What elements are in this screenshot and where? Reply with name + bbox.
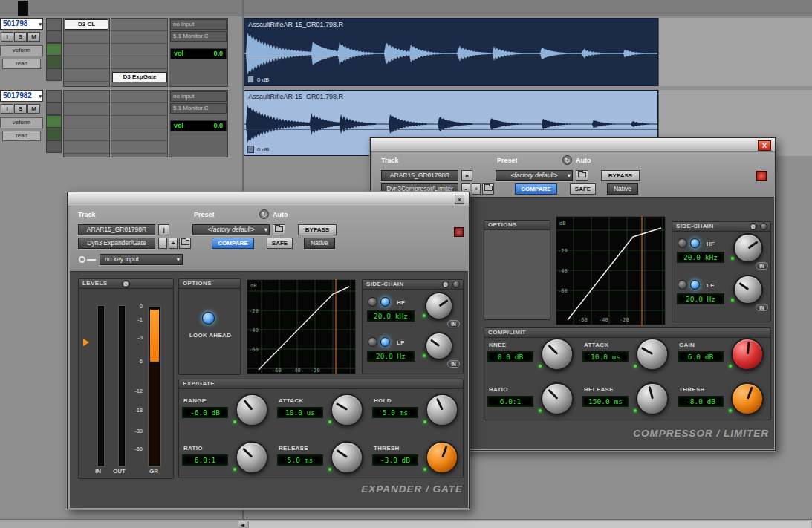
lf-listen-icon[interactable] — [690, 280, 700, 290]
librarian-button[interactable] — [576, 170, 588, 181]
release-knob[interactable] — [331, 441, 363, 474]
hf-freq-knob[interactable] — [425, 292, 453, 320]
preset-cycle-icon[interactable]: ↻ — [562, 155, 572, 165]
ratio-knob[interactable] — [236, 441, 268, 474]
attack-knob[interactable] — [636, 338, 669, 371]
compressor-close-button[interactable]: X — [758, 140, 771, 151]
thresh-value-display[interactable]: -8.0 dB — [678, 396, 724, 407]
engine-selector[interactable]: Native — [304, 238, 335, 249]
hf-bypass-icon[interactable] — [368, 297, 377, 307]
track1-view-selector[interactable]: veform — [0, 45, 43, 56]
track1-mute-button[interactable]: M — [27, 32, 40, 42]
expander-close-button[interactable]: x — [455, 195, 464, 204]
lf-freq-display[interactable]: 20.0 Hz — [367, 351, 415, 362]
insert-slot-button[interactable]: j — [158, 224, 169, 235]
automation-anchor-icon[interactable] — [247, 146, 254, 153]
librarian-button[interactable] — [273, 224, 285, 235]
preset-cycle-icon[interactable]: ↻ — [259, 209, 269, 219]
track2-view-selector[interactable]: veform — [0, 117, 43, 128]
lf-listen-icon[interactable] — [380, 337, 390, 347]
thresh-knob[interactable] — [426, 441, 458, 474]
track2-sends-column[interactable] — [111, 90, 168, 157]
track2-automation-selector[interactable]: read — [2, 131, 41, 141]
release-value-display[interactable]: 150.0 ms — [582, 396, 629, 407]
preset-decrement-button[interactable]: - — [158, 238, 167, 249]
key-input-selector[interactable]: no key input▾ — [100, 254, 183, 265]
track2-inserts-column[interactable] — [63, 90, 110, 157]
auto-enable-button[interactable] — [756, 171, 767, 181]
gain-knob[interactable] — [731, 338, 764, 371]
track-selector[interactable]: ARAR15_GR01798R — [381, 170, 458, 181]
track1-automation-selector[interactable]: read — [2, 59, 41, 69]
phase-invert-icon[interactable]: Ø — [750, 223, 757, 230]
knee-value-display[interactable]: 0.0 dB — [487, 351, 533, 362]
attack-knob[interactable] — [331, 394, 363, 426]
hold-value-display[interactable]: 5.0 ms — [372, 407, 418, 418]
track2-name[interactable]: 5017982▾ — [0, 90, 43, 102]
insert-slot-button[interactable]: a — [461, 170, 472, 181]
release-value-display[interactable]: 5.0 ms — [277, 454, 323, 466]
track1-output-selector[interactable]: 5.1 Monitor.C — [170, 31, 227, 42]
track2-input-selector[interactable]: no input — [170, 91, 227, 102]
compare-button[interactable]: COMPARE — [212, 238, 254, 249]
sidechain-listen-icon[interactable] — [452, 281, 460, 288]
track1-input-selector[interactable]: no input — [170, 19, 227, 30]
track2-output-selector[interactable]: 5.1 Monitor.C — [170, 103, 227, 114]
track2-volume-display[interactable]: vol0.0 — [170, 120, 227, 131]
knee-knob[interactable] — [541, 338, 574, 371]
phase-invert-icon[interactable]: Ø — [442, 281, 449, 288]
safe-button[interactable]: SAFE — [570, 183, 596, 195]
thresh-knob[interactable] — [731, 382, 764, 415]
bypass-button[interactable]: BYPASS — [298, 224, 337, 235]
gain-value-display[interactable]: 6.0 dB — [678, 351, 724, 362]
bypass-button[interactable]: BYPASS — [601, 170, 640, 181]
track2-mute-button[interactable]: M — [27, 104, 40, 114]
track2-solo-button[interactable]: S — [14, 104, 27, 114]
hf-listen-icon[interactable] — [380, 297, 390, 307]
settings-menu-button[interactable] — [482, 183, 494, 195]
ratio-knob[interactable] — [541, 382, 574, 415]
ratio-value-display[interactable]: 6.0:1 — [182, 454, 228, 466]
thresh-value-display[interactable]: -3.0 dB — [372, 454, 418, 466]
hf-listen-icon[interactable] — [690, 238, 700, 248]
hf-freq-display[interactable]: 20.0 kHz — [677, 252, 724, 263]
volume-automation-line[interactable] — [244, 59, 658, 59]
hf-in-button[interactable]: IN — [756, 262, 768, 270]
hold-knob[interactable] — [426, 394, 458, 426]
volume-automation-line[interactable] — [244, 129, 658, 130]
lf-freq-display[interactable]: 20.0 Hz — [677, 293, 724, 304]
plugin-selector[interactable]: Dyn3 Expander/Gate — [78, 238, 155, 249]
range-knob[interactable] — [236, 394, 268, 426]
sidechain-listen-icon[interactable] — [760, 223, 767, 230]
track2-insert-expgate-button[interactable]: D3 ExpGate — [112, 72, 167, 82]
preset-selector[interactable]: <factory default>▾ — [192, 224, 270, 235]
audio-clip-track1[interactable]: AssaultRifleAR-15_GR01.798.R 0 dB — [244, 18, 658, 86]
track2-rec-button[interactable]: I — [1, 104, 13, 114]
hf-bypass-icon[interactable] — [678, 238, 687, 248]
track1-insert-compressor-button[interactable]: D3 CL — [65, 19, 108, 30]
lf-in-button[interactable]: IN — [756, 304, 768, 311]
settings-menu-button[interactable] — [179, 238, 191, 249]
automation-anchor-icon[interactable] — [247, 76, 254, 83]
track1-name[interactable]: 501798▾ — [0, 18, 43, 30]
track1-rec-button[interactable]: I — [1, 32, 13, 42]
preset-increment-button[interactable]: + — [472, 183, 481, 195]
threshold-marker-icon[interactable] — [83, 339, 89, 346]
preset-increment-button[interactable]: + — [169, 238, 178, 249]
look-ahead-led-button[interactable] — [202, 312, 215, 325]
engine-selector[interactable]: Native — [607, 183, 638, 195]
range-value-display[interactable]: -6.0 dB — [182, 407, 228, 418]
lf-freq-knob[interactable] — [425, 332, 453, 360]
scroll-left-button[interactable]: ◀ — [238, 521, 247, 528]
track-selector[interactable]: ARAR15_GR01798R — [78, 224, 155, 235]
lf-in-button[interactable]: IN — [447, 360, 460, 368]
phase-invert-icon[interactable]: Ø — [122, 280, 130, 288]
safe-button[interactable]: SAFE — [267, 238, 293, 249]
lf-freq-knob[interactable] — [733, 275, 763, 304]
hf-in-button[interactable]: IN — [447, 320, 460, 327]
track1-solo-button[interactable]: S — [14, 32, 27, 42]
lf-bypass-icon[interactable] — [368, 337, 377, 347]
preset-selector[interactable]: <factory default>▾ — [496, 170, 573, 181]
compare-button[interactable]: COMPARE — [515, 183, 557, 195]
hf-freq-knob[interactable] — [733, 233, 763, 263]
